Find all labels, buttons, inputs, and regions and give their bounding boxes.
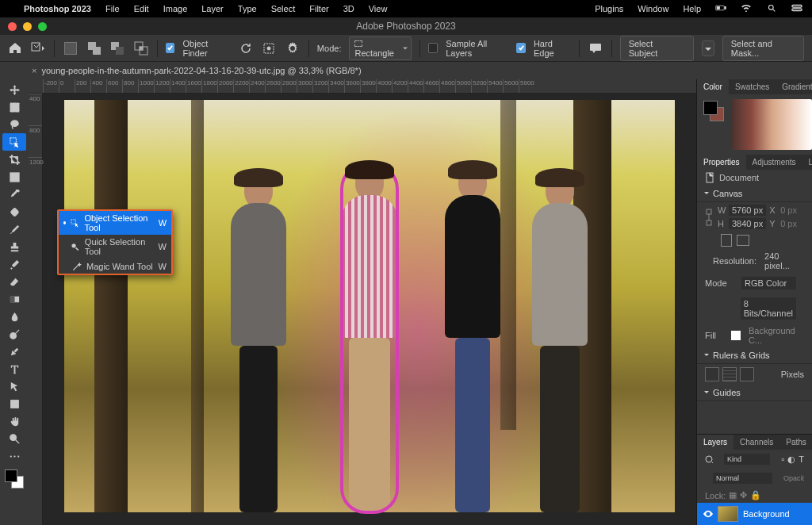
gradient-tool[interactable] bbox=[2, 290, 26, 308]
lock-position-icon[interactable]: ✥ bbox=[740, 490, 747, 500]
landscape-icon[interactable] bbox=[737, 235, 749, 246]
document-canvas[interactable] bbox=[64, 100, 675, 512]
settings-gear-icon[interactable] bbox=[285, 40, 301, 57]
control-center-icon[interactable] bbox=[791, 4, 802, 13]
history-brush-tool[interactable] bbox=[2, 255, 26, 273]
menu-app[interactable]: Photoshop 2023 bbox=[24, 4, 91, 13]
menu-plugins[interactable]: Plugins bbox=[595, 4, 623, 13]
menu-help[interactable]: Help bbox=[683, 4, 701, 13]
type-tool[interactable] bbox=[2, 360, 26, 377]
dodge-tool[interactable] bbox=[2, 325, 26, 343]
canvas-height[interactable]: 3840 px bbox=[729, 218, 766, 229]
color-slider[interactable] bbox=[732, 99, 812, 150]
lock-all-icon[interactable]: 🔒 bbox=[750, 490, 761, 500]
menu-window[interactable]: Window bbox=[638, 4, 668, 13]
tab-channels[interactable]: Channels bbox=[733, 435, 779, 450]
hard-edge-checkbox[interactable] bbox=[516, 43, 526, 53]
brush-tool[interactable] bbox=[2, 220, 26, 238]
select-and-mask-button[interactable]: Select and Mask... bbox=[722, 36, 804, 61]
select-subject-button[interactable]: Select Subject bbox=[620, 36, 694, 61]
eyedropper-tool[interactable] bbox=[2, 186, 26, 203]
grid2-icon[interactable] bbox=[740, 367, 754, 381]
healing-tool[interactable] bbox=[2, 203, 26, 220]
tab-swatches[interactable]: Swatches bbox=[729, 79, 776, 94]
path-selection-tool[interactable] bbox=[2, 377, 26, 395]
object-selection-tool[interactable] bbox=[2, 133, 26, 151]
eraser-tool[interactable] bbox=[2, 273, 26, 290]
pen-tool[interactable] bbox=[2, 343, 26, 360]
lasso-tool[interactable] bbox=[2, 116, 26, 133]
shape-tool[interactable] bbox=[2, 395, 26, 412]
visibility-icon[interactable] bbox=[703, 509, 713, 519]
tab-color[interactable]: Color bbox=[697, 79, 729, 94]
feedback-icon[interactable] bbox=[588, 40, 603, 57]
hand-tool[interactable] bbox=[2, 412, 26, 430]
tool-preset-icon[interactable] bbox=[30, 41, 46, 56]
selection-new-icon[interactable] bbox=[63, 40, 79, 57]
layer-filter-select[interactable]: Kind bbox=[724, 454, 770, 465]
mode-label: Mode: bbox=[317, 44, 342, 53]
document-tab[interactable]: × young-people-in-the-autumn-park-2022-0… bbox=[0, 62, 812, 79]
move-tool[interactable] bbox=[2, 81, 26, 98]
select-subject-dropdown[interactable] bbox=[702, 40, 714, 56]
portrait-icon[interactable] bbox=[721, 234, 732, 247]
refresh-icon[interactable] bbox=[238, 40, 254, 57]
layer-background[interactable]: Background bbox=[697, 503, 812, 525]
ruler-icon[interactable] bbox=[705, 367, 719, 381]
filter-adj-icon[interactable]: ◐ bbox=[787, 454, 795, 465]
object-finder-checkbox[interactable] bbox=[166, 43, 175, 53]
filter-pixels-icon[interactable]: ▫ bbox=[781, 454, 784, 464]
lock-pixels-icon[interactable]: ▦ bbox=[729, 490, 737, 500]
menu-3d[interactable]: 3D bbox=[343, 4, 354, 13]
menu-view[interactable]: View bbox=[369, 4, 388, 13]
filter-type-icon[interactable]: T bbox=[799, 454, 804, 464]
home-icon[interactable] bbox=[8, 41, 22, 56]
tab-gradients[interactable]: Gradients bbox=[776, 79, 812, 94]
horizontal-ruler: -200020040060080010001200140016001800200… bbox=[29, 79, 696, 94]
selection-add-icon[interactable] bbox=[86, 40, 102, 57]
menu-image[interactable]: Image bbox=[163, 4, 188, 13]
blend-mode-select[interactable]: Normal bbox=[713, 473, 772, 484]
edit-toolbar[interactable] bbox=[2, 447, 26, 465]
tab-layers[interactable]: Layers bbox=[697, 435, 733, 450]
selection-intersect-icon[interactable] bbox=[133, 40, 149, 57]
tab-libraries[interactable]: L bbox=[802, 155, 812, 170]
menu-filter[interactable]: Filter bbox=[309, 4, 328, 13]
canvas-width[interactable]: 5760 px bbox=[729, 205, 766, 216]
menu-layer[interactable]: Layer bbox=[201, 4, 224, 13]
search-icon[interactable] bbox=[766, 4, 777, 13]
blur-tool[interactable] bbox=[2, 308, 26, 325]
tab-adjustments[interactable]: Adjustments bbox=[746, 155, 802, 170]
flyout-magic-wand[interactable]: Magic Wand ToolW bbox=[59, 259, 171, 274]
sample-all-checkbox[interactable] bbox=[428, 43, 438, 53]
flyout-quick-selection[interactable]: Quick Selection ToolW bbox=[59, 235, 171, 259]
color-mode-select[interactable]: RGB Color bbox=[741, 277, 796, 289]
foreground-background-swatch[interactable] bbox=[5, 469, 24, 489]
flyout-object-selection[interactable]: Object Selection ToolW bbox=[59, 211, 171, 235]
menu-file[interactable]: File bbox=[105, 4, 120, 13]
show-objects-icon[interactable] bbox=[261, 40, 277, 57]
tab-properties[interactable]: Properties bbox=[697, 155, 746, 170]
crop-tool[interactable] bbox=[2, 151, 26, 168]
menu-select[interactable]: Select bbox=[271, 4, 296, 13]
close-tab-icon[interactable]: × bbox=[32, 66, 36, 75]
zoom-tool[interactable] bbox=[2, 430, 26, 447]
mac-menubar: Photoshop 2023 File Edit Image Layer Typ… bbox=[0, 0, 812, 17]
stamp-tool[interactable] bbox=[2, 238, 26, 255]
bit-depth-select[interactable]: 8 Bits/Channel bbox=[741, 297, 796, 320]
svg-point-36 bbox=[17, 455, 19, 457]
toolbox bbox=[0, 79, 29, 525]
selection-subtract-icon[interactable] bbox=[109, 40, 125, 57]
mode-dropdown[interactable]: Rectangle bbox=[349, 36, 412, 60]
grid-icon[interactable] bbox=[722, 367, 737, 381]
marquee-tool[interactable] bbox=[2, 98, 26, 116]
units-select[interactable]: Pixels bbox=[781, 370, 804, 379]
svg-rect-41 bbox=[707, 220, 711, 225]
color-panel[interactable] bbox=[697, 94, 812, 155]
battery-icon bbox=[715, 4, 726, 13]
frame-tool[interactable] bbox=[2, 168, 26, 186]
tab-paths[interactable]: Paths bbox=[779, 435, 812, 450]
menu-type[interactable]: Type bbox=[238, 4, 257, 13]
menu-edit[interactable]: Edit bbox=[134, 4, 149, 13]
properties-panel: Document Canvas W5760 pxX0 px H3840 pxY0… bbox=[697, 170, 812, 434]
